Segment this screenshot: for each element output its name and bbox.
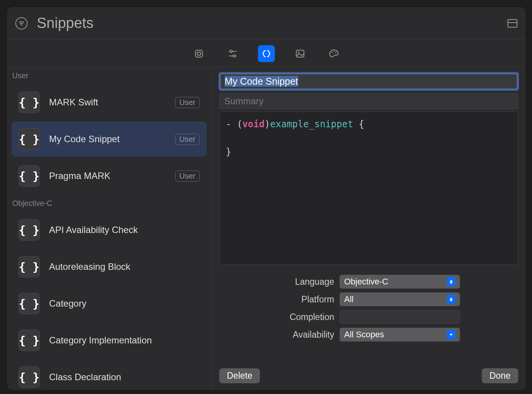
snippets-tab[interactable]	[258, 45, 275, 62]
snippet-item[interactable]: { } My Code Snippet User	[11, 121, 207, 157]
detail-panel: My Code Snippet Summary - (void)example_…	[212, 67, 526, 390]
snippet-name: My Code Snippet	[49, 134, 166, 144]
title-input[interactable]: My Code Snippet	[219, 73, 518, 90]
delete-button[interactable]: Delete	[219, 368, 260, 383]
braces-icon: { }	[18, 256, 40, 277]
filter-icon[interactable]	[15, 17, 28, 30]
svg-rect-6	[296, 50, 304, 57]
page-title: Snippets	[37, 15, 507, 31]
views-tab[interactable]	[190, 45, 207, 62]
language-row: Language Objective-C	[219, 275, 518, 289]
language-label: Language	[219, 277, 334, 287]
titlebar: Snippets	[7, 7, 526, 40]
platform-select[interactable]: All	[340, 292, 460, 306]
svg-point-3	[230, 50, 232, 53]
braces-icon: { }	[18, 128, 40, 150]
snippet-item[interactable]: { } API Availability Check	[11, 212, 207, 248]
snippet-list: User { } MARK Swift User { } My Code Sni…	[7, 67, 212, 390]
braces-icon: { }	[18, 92, 40, 113]
panel-toggle-icon[interactable]	[507, 19, 517, 28]
footer: Delete Done	[219, 368, 518, 383]
chevron-updown-icon	[447, 277, 455, 286]
completion-input[interactable]	[340, 310, 460, 324]
completion-row: Completion	[219, 310, 518, 324]
svg-rect-0	[195, 50, 202, 57]
svg-point-8	[331, 52, 332, 53]
platform-label: Platform	[219, 294, 334, 305]
done-button[interactable]: Done	[482, 368, 518, 383]
snippet-name: Class Declaration	[49, 372, 200, 383]
platform-row: Platform All	[219, 292, 518, 306]
chevron-updown-icon	[447, 295, 455, 304]
availability-label: Availability	[219, 330, 334, 340]
group-header-objc: Objective-C	[7, 195, 211, 211]
chevron-down-icon	[447, 330, 455, 339]
snippets-window: Snippets User { } MARK Swift User	[7, 7, 526, 390]
braces-icon: { }	[18, 293, 40, 314]
availability-select[interactable]: All Scopes	[340, 328, 460, 341]
snippet-item[interactable]: { } MARK Swift User	[11, 85, 207, 120]
braces-icon: { }	[18, 330, 40, 351]
body: User { } MARK Swift User { } My Code Sni…	[7, 67, 526, 390]
svg-point-10	[335, 52, 336, 53]
snippet-item[interactable]: { } Pragma MARK User	[11, 158, 207, 194]
braces-icon: { }	[18, 165, 40, 187]
completion-label: Completion	[219, 312, 334, 322]
group-header-user: User	[7, 67, 211, 83]
user-badge: User	[175, 97, 200, 108]
snippet-name: Autoreleasing Block	[49, 261, 200, 272]
modifiers-tab[interactable]	[224, 45, 241, 62]
user-badge: User	[175, 171, 200, 182]
snippet-item[interactable]: { } Category	[11, 286, 207, 321]
svg-point-5	[233, 55, 235, 57]
snippet-item[interactable]: { } Category Implementation	[11, 323, 207, 358]
code-editor[interactable]: - (void)example_snippet { }	[219, 112, 518, 265]
snippet-item[interactable]: { } Class Declaration	[11, 360, 207, 390]
form: Language Objective-C Platform All Comple…	[219, 275, 518, 341]
library-toolbar	[7, 40, 526, 67]
braces-icon: { }	[18, 366, 40, 388]
user-badge: User	[175, 134, 200, 145]
snippet-name: Pragma MARK	[49, 171, 166, 181]
language-select[interactable]: Objective-C	[340, 275, 460, 289]
braces-icon: { }	[18, 219, 40, 241]
snippet-name: MARK Swift	[49, 97, 166, 108]
snippet-name: Category Implementation	[49, 335, 200, 346]
availability-row: Availability All Scopes	[219, 328, 518, 341]
snippet-name: Category	[49, 298, 200, 309]
svg-rect-1	[197, 52, 200, 55]
snippet-item[interactable]: { } Autoreleasing Block	[11, 249, 207, 284]
colors-tab[interactable]	[325, 45, 342, 62]
media-tab[interactable]	[292, 45, 309, 62]
snippet-name: API Availability Check	[49, 225, 200, 235]
svg-point-9	[333, 51, 334, 52]
summary-input[interactable]: Summary	[219, 93, 518, 109]
svg-point-7	[298, 52, 299, 53]
